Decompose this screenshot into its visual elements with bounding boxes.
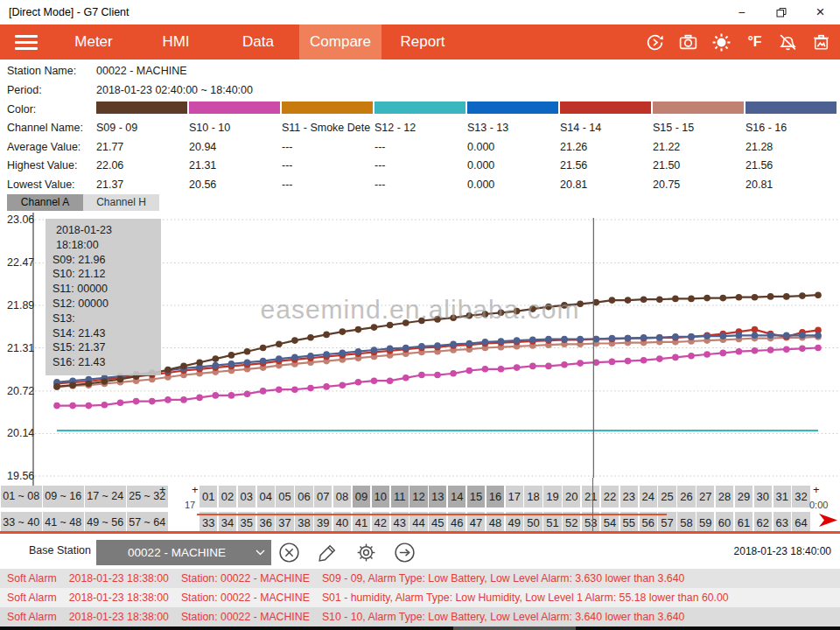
station-name-label: Station Name: (7, 65, 76, 77)
channel-cell-26[interactable]: 26 (677, 486, 695, 508)
cursor-tooltip: 2018-01-23 18:18:00S09: 21.96S10: 21.12S… (46, 219, 161, 375)
channel-cell-13[interactable]: 13 (429, 486, 446, 508)
clear-images-icon[interactable] (811, 32, 831, 52)
channel-cell-15[interactable]: 15 (467, 486, 485, 508)
channel-cell-08[interactable]: 08 (333, 486, 351, 508)
zoom-plus-mid[interactable]: + (192, 483, 199, 496)
channel-selector-strip: 01 ~ 0809 ~ 1617 ~ 2425 ~ 32 33 ~ 4041 ~… (0, 478, 840, 536)
channel-lowest: 20.75 (653, 178, 742, 191)
restore-button[interactable] (761, 0, 801, 24)
group-button-01~08[interactable]: 01 ~ 08 (1, 486, 42, 508)
channel-cell-14[interactable]: 14 (448, 486, 466, 508)
channel-cell-19[interactable]: 19 (543, 486, 561, 508)
channel-cell-22[interactable]: 22 (601, 486, 619, 508)
menu-item-meter[interactable]: Meter (52, 24, 135, 60)
channel-cell-04[interactable]: 04 (257, 486, 275, 508)
channel-cell-21[interactable]: 21 (582, 486, 599, 508)
channel-lowest: 21.37 (96, 178, 186, 191)
menu-item-compare[interactable]: Compare (299, 24, 382, 60)
channel-cell-23[interactable]: 23 (620, 486, 638, 508)
channel-cell-28[interactable]: 28 (716, 486, 733, 508)
zoom-plus-left[interactable]: + (159, 483, 166, 496)
tooltip-value: S09: 21.96 (52, 253, 156, 268)
channel-cell-06[interactable]: 06 (295, 486, 312, 508)
hamburger-icon[interactable] (0, 35, 52, 50)
next-page-arrow[interactable] (817, 512, 839, 532)
channel-cell-30[interactable]: 30 (754, 486, 772, 508)
tab-channel-a[interactable]: Channel A (7, 194, 83, 211)
channel-cell-25[interactable]: 25 (658, 486, 676, 508)
channel-cell-32[interactable]: 32 (792, 486, 809, 508)
channel-average: 21.22 (653, 141, 742, 153)
channel-cell-31[interactable]: 31 (774, 486, 791, 508)
channel-name: S13 - 13 (467, 122, 556, 134)
channel-cell-16[interactable]: 16 (486, 486, 504, 508)
channel-average: 21.26 (560, 141, 649, 153)
channel-highest: 21.31 (189, 159, 278, 172)
main-nav: MeterHMIDataCompareReport (52, 24, 464, 60)
channel-cell-09[interactable]: 09 (353, 486, 370, 508)
channel-cell-05[interactable]: 05 (276, 486, 293, 508)
channel-highest: 22.06 (96, 159, 186, 172)
alarm-list: Soft Alarm2018-01-23 18:38:00Station: 00… (0, 569, 840, 626)
export-icon[interactable] (392, 540, 416, 564)
menu-item-data[interactable]: Data (217, 24, 299, 60)
tooltip-value: S15: 21.37 (52, 340, 156, 355)
mute-alarm-icon[interactable] (778, 32, 798, 52)
channel-cell-10[interactable]: 10 (372, 486, 389, 508)
fahrenheit-icon[interactable]: °F (745, 32, 765, 52)
base-station-dropdown[interactable]: 00022 - MACHINE (96, 540, 271, 565)
toolbar-icons (276, 540, 416, 564)
channel-cell-24[interactable]: 24 (640, 486, 657, 508)
alarm-row[interactable]: Soft Alarm2018-01-23 18:38:00Station: 00… (0, 569, 840, 588)
channel-cell-20[interactable]: 20 (563, 486, 580, 508)
channel-name: S11 - Smoke Dete... (282, 122, 371, 134)
channel-cell-02[interactable]: 02 (219, 486, 236, 508)
alarm-row[interactable]: Soft Alarm2018-01-23 18:38:00Station: 00… (0, 607, 840, 626)
x-axis-line (197, 514, 667, 515)
close-button[interactable]: × (801, 0, 840, 24)
zoom-plus-right[interactable]: + (813, 483, 820, 496)
menu-icons: °F (645, 24, 831, 60)
alarm-time: 2018-01-23 18:38:00 (69, 611, 169, 623)
edit-icon[interactable] (315, 540, 340, 564)
settings-icon[interactable] (354, 540, 378, 564)
group-button-17~24[interactable]: 17 ~ 24 (85, 486, 126, 508)
x-axis-label-left-fragment: 17 (185, 500, 195, 510)
channel-color-swatch (374, 102, 466, 114)
channel-average: --- (282, 141, 371, 153)
channel-cell-27[interactable]: 27 (696, 486, 714, 508)
lowest-value-label: Lowest Value: (7, 178, 75, 191)
brightness-icon[interactable] (711, 32, 732, 52)
channel-cell-11[interactable]: 11 (391, 486, 409, 508)
svg-text:21.31: 21.31 (7, 342, 34, 354)
channel-cell-12[interactable]: 12 (410, 486, 427, 508)
svg-text:23.06: 23.06 (7, 214, 34, 226)
channel-lowest: 0.000 (467, 178, 556, 191)
channel-cell-07[interactable]: 07 (314, 486, 332, 508)
camera-icon[interactable] (678, 32, 698, 52)
svg-text:22.47: 22.47 (7, 256, 34, 269)
svg-text:20.72: 20.72 (7, 385, 34, 397)
channel-average: --- (374, 141, 464, 153)
channel-cell-03[interactable]: 03 (238, 486, 256, 508)
alarm-station: Station: 00022 - MACHINE (181, 592, 310, 604)
alarm-row[interactable]: Soft Alarm2018-01-23 18:38:00Station: 00… (0, 588, 840, 607)
tab-channel-h[interactable]: Channel H (83, 194, 159, 211)
tooltip-value: S11: 00000 (52, 282, 156, 297)
channel-cell-29[interactable]: 29 (735, 486, 752, 508)
tooltip-value: S13: (52, 312, 156, 326)
menu-item-report[interactable]: Report (382, 24, 464, 60)
tooltip-value: S16: 21.43 (52, 355, 156, 370)
channel-cell-01[interactable]: 01 (200, 486, 217, 508)
group-button-09~16[interactable]: 09 ~ 16 (43, 486, 84, 508)
minimize-button[interactable]: − (722, 0, 761, 24)
period-value: 2018-01-23 02:40:00 ~ 18:40:00 (96, 84, 253, 96)
refresh-icon[interactable] (645, 32, 665, 52)
channel-lowest: 20.81 (746, 178, 835, 191)
cancel-icon[interactable] (276, 540, 301, 564)
channel-cell-17[interactable]: 17 (506, 486, 523, 508)
channel-cell-18[interactable]: 18 (524, 486, 542, 508)
menu-item-hmi[interactable]: HMI (135, 24, 217, 60)
channel-color-swatch (653, 102, 744, 114)
